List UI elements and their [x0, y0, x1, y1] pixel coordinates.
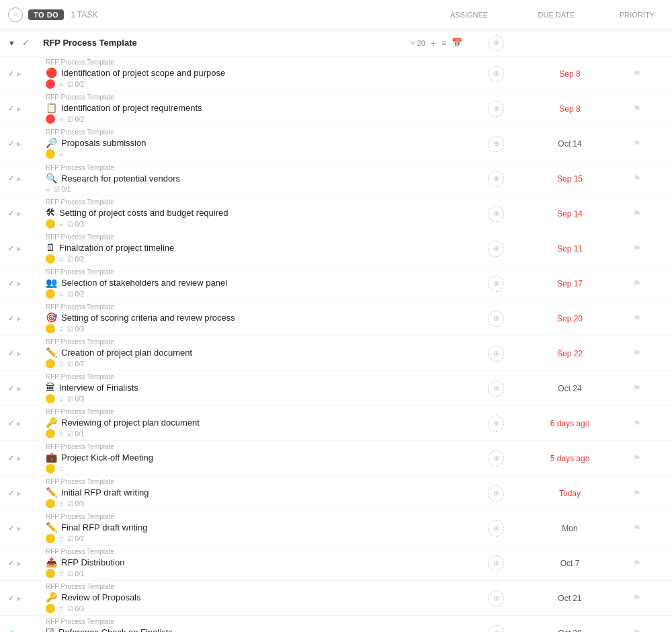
task-content: RFP Process Template 🔍 Research for pote…: [43, 164, 462, 193]
expand-icon[interactable]: ▶: [17, 106, 22, 112]
flag-icon: ⚑: [633, 488, 641, 498]
assignee-avatar[interactable]: ⊕: [488, 625, 504, 633]
subtask-count-label: 0/2: [75, 290, 84, 298]
task-row[interactable]: ✓ ▶ RFP Process Template 🗓 Finalization …: [0, 231, 672, 266]
task-check-icon[interactable]: ✓: [8, 244, 14, 253]
expand-icon[interactable]: ▶: [17, 280, 22, 287]
priority-dot-yellow: [46, 534, 55, 543]
subtask-count-label: 0/3: [75, 221, 84, 228]
expand-icon[interactable]: ▶: [17, 245, 22, 252]
task-row[interactable]: ✓ ▶ RFP Process Template 🔴 Identificatio…: [0, 56, 672, 91]
task-check-icon[interactable]: ✓: [8, 419, 14, 428]
assignee-avatar[interactable]: ⊕: [488, 311, 504, 327]
assignee-avatar[interactable]: ⊕: [488, 171, 504, 187]
priority-dot-yellow: [46, 219, 55, 229]
assignee-avatar[interactable]: ⊕: [488, 520, 504, 537]
task-row[interactable]: ✓ ▶ RFP Process Template 🔍 Research for …: [0, 161, 672, 196]
task-badge-row: ≡ ☑ 0/2: [46, 79, 462, 89]
task-due-date: Oct 24: [530, 384, 610, 393]
task-check-icon[interactable]: ✓: [8, 559, 14, 567]
task-check-icon[interactable]: ✓: [8, 69, 14, 78]
task-check-icon[interactable]: ✓: [8, 629, 14, 632]
expand-icon[interactable]: ▶: [17, 630, 22, 633]
task-title: Identification of project requirements: [61, 103, 202, 113]
task-row[interactable]: ✓ ▶ RFP Process Template 🔑 Reviewing of …: [0, 406, 672, 441]
task-check-icon[interactable]: ✓: [8, 384, 14, 393]
expand-icon[interactable]: ▶: [17, 420, 22, 427]
expand-icon[interactable]: ▶: [17, 350, 22, 357]
assignee-avatar[interactable]: ⊕: [488, 485, 504, 502]
task-check-icon[interactable]: ✓: [8, 139, 14, 148]
task-check-icon[interactable]: ✓: [8, 489, 14, 498]
assignee-avatar[interactable]: ⊕: [488, 241, 504, 257]
task-row[interactable]: ✓ ▶ RFP Process Template 🏛 Interview of …: [0, 371, 672, 406]
expand-icon[interactable]: ▶: [17, 490, 22, 497]
task-template-label: RFP Process Template: [46, 583, 462, 590]
task-row[interactable]: ✓ ▶ RFP Process Template ✏️ Initial RFP …: [0, 476, 672, 511]
task-row[interactable]: ✓ ▶ RFP Process Template ✏️ Final RFP dr…: [0, 511, 672, 546]
task-check-icon[interactable]: ✓: [8, 279, 14, 288]
group-check-icon[interactable]: ✓: [22, 38, 30, 48]
expand-icon[interactable]: ▶: [17, 141, 22, 147]
task-row[interactable]: ✓ ▶ RFP Process Template 📤 RFP Distribut…: [0, 546, 672, 581]
expand-icon[interactable]: ▶: [17, 455, 22, 462]
task-template-label: RFP Process Template: [46, 233, 462, 241]
expand-icon[interactable]: ▶: [17, 315, 22, 322]
chevron-down-icon[interactable]: ▼: [8, 39, 15, 47]
assignee-avatar[interactable]: ⊕: [488, 381, 504, 397]
expand-icon[interactable]: ▶: [17, 560, 22, 567]
assignee-avatar[interactable]: ⊕: [488, 555, 504, 571]
add-task-button[interactable]: +: [431, 38, 436, 48]
task-check-icon[interactable]: ✓: [8, 174, 14, 183]
task-check-icon[interactable]: ✓: [8, 104, 14, 113]
task-name: 💼 Project Kick-off Meeting: [46, 452, 462, 463]
task-row[interactable]: ✓ ▶ RFP Process Template 👥 Selection of …: [0, 266, 672, 301]
assignee-avatar[interactable]: ⊕: [488, 206, 504, 222]
task-left: ✓ ▶: [8, 384, 43, 393]
task-title: Setting of scoring criteria and review p…: [61, 313, 235, 323]
task-row[interactable]: ✓ ▶ RFP Process Template 🔑 Review of Pro…: [0, 581, 672, 616]
assignee-avatar[interactable]: ⊕: [488, 276, 504, 292]
task-check-icon[interactable]: ✓: [8, 594, 14, 602]
task-row[interactable]: ✓ ▶ RFP Process Template 📋 Identificatio…: [0, 91, 672, 126]
expand-icon[interactable]: ▶: [17, 385, 22, 392]
subtask-check-icon: ☑: [67, 255, 73, 263]
task-check-icon[interactable]: ✓: [8, 209, 14, 218]
group-assignee-avatar[interactable]: ⊕: [488, 35, 504, 51]
status-circle[interactable]: ○: [8, 7, 23, 22]
assignee-avatar[interactable]: ⊕: [488, 346, 504, 362]
task-row[interactable]: ✓ ▶ RFP Process Template 💼 Project Kick-…: [0, 441, 672, 476]
task-assignee: ⊕: [462, 555, 530, 571]
task-check-icon[interactable]: ✓: [8, 314, 14, 323]
task-check-icon[interactable]: ✓: [8, 349, 14, 358]
task-row[interactable]: ✓ ▶ RFP Process Template ☑ Reference Che…: [0, 616, 672, 632]
task-row[interactable]: ✓ ▶ RFP Process Template ✏️ Creation of …: [0, 336, 672, 371]
task-row[interactable]: ✓ ▶ RFP Process Template 🔎 Proposals sub…: [0, 126, 672, 161]
assignee-avatar[interactable]: ⊕: [488, 66, 504, 82]
assignee-avatar[interactable]: ⊕: [488, 590, 504, 606]
subtask-count-label: 0/2: [75, 81, 84, 88]
expand-icon[interactable]: ▶: [17, 525, 22, 532]
expand-icon[interactable]: ▶: [17, 210, 22, 217]
task-badge-row: ≡: [46, 464, 462, 473]
more-options-button[interactable]: ≡: [442, 38, 446, 48]
task-template-label: RFP Process Template: [46, 548, 462, 555]
task-check-icon[interactable]: ✓: [8, 454, 14, 463]
task-row[interactable]: ✓ ▶ RFP Process Template 🎯 Setting of sc…: [0, 301, 672, 336]
expand-icon[interactable]: ▶: [17, 175, 22, 182]
expand-icon[interactable]: ▶: [17, 595, 22, 602]
task-content: RFP Process Template 🔎 Proposals submiss…: [43, 128, 462, 159]
assignee-avatar[interactable]: ⊕: [488, 450, 504, 467]
task-row[interactable]: ✓ ▶ RFP Process Template 🛠 Setting of pr…: [0, 196, 672, 231]
assignee-avatar[interactable]: ⊕: [488, 101, 504, 117]
task-left: ✓ ▶: [8, 314, 43, 323]
expand-icon[interactable]: ▶: [17, 71, 22, 77]
assignee-avatar[interactable]: ⊕: [488, 136, 504, 152]
lines-icon: ≡: [59, 569, 63, 578]
subtask-count-label: 0/2: [75, 535, 84, 543]
assignee-avatar[interactable]: ⊕: [488, 416, 504, 432]
task-name: ✏️ Creation of project plan document: [46, 347, 462, 358]
assignee-col-header: ASSIGNEE: [435, 11, 503, 19]
task-priority-flag: ⚑: [610, 278, 664, 288]
task-check-icon[interactable]: ✓: [8, 524, 14, 532]
